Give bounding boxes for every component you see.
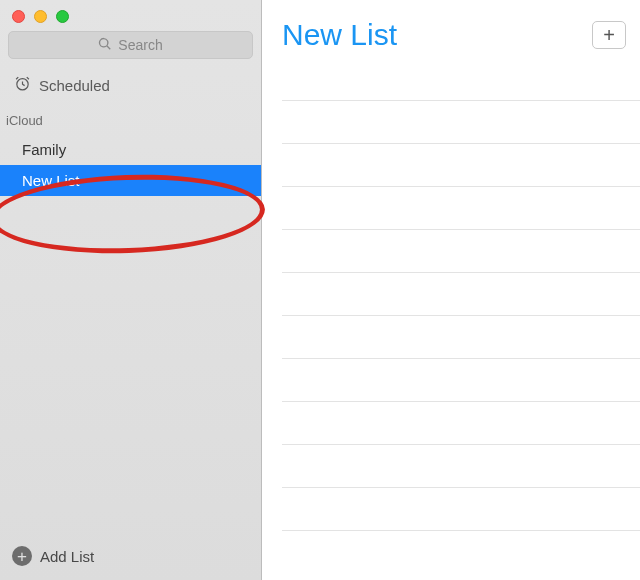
reminder-row[interactable] — [282, 273, 640, 316]
plus-circle-icon: + — [12, 546, 32, 566]
scheduled-label: Scheduled — [39, 77, 110, 94]
reminder-row[interactable] — [282, 230, 640, 273]
main-panel: New List + — [262, 0, 640, 580]
maximize-icon[interactable] — [56, 10, 69, 23]
reminder-row[interactable] — [282, 445, 640, 488]
header-row: New List + — [262, 0, 640, 58]
list-item-label: Family — [22, 141, 66, 158]
reminder-row[interactable] — [282, 187, 640, 230]
sidebar-list-new-list[interactable]: New List — [0, 165, 261, 196]
reminder-row[interactable] — [282, 359, 640, 402]
search-input[interactable]: Search — [8, 31, 253, 59]
close-icon[interactable] — [12, 10, 25, 23]
reminder-row[interactable] — [282, 144, 640, 187]
sidebar-list-family[interactable]: Family — [0, 134, 261, 165]
section-header: iCloud — [0, 103, 261, 134]
page-title: New List — [282, 18, 592, 52]
list-item-label: New List — [22, 172, 80, 189]
scheduled-item[interactable]: Scheduled — [0, 67, 261, 103]
add-reminder-button[interactable]: + — [592, 21, 626, 49]
reminder-row[interactable] — [282, 488, 640, 531]
reminder-row[interactable] — [282, 101, 640, 144]
search-icon — [98, 37, 112, 54]
reminder-row[interactable] — [282, 402, 640, 445]
minimize-icon[interactable] — [34, 10, 47, 23]
reminder-row[interactable] — [282, 58, 640, 101]
add-list-label: Add List — [40, 548, 94, 565]
reminder-row[interactable] — [282, 316, 640, 359]
sidebar: Search Scheduled iCloud Family New List … — [0, 0, 262, 580]
search-placeholder: Search — [118, 37, 162, 53]
window-controls — [0, 0, 261, 31]
reminder-rows[interactable] — [262, 58, 640, 580]
plus-icon: + — [603, 24, 615, 47]
spacer — [0, 196, 261, 534]
search-container: Search — [0, 31, 261, 67]
add-list-button[interactable]: + Add List — [0, 534, 261, 580]
clock-icon — [14, 75, 31, 95]
